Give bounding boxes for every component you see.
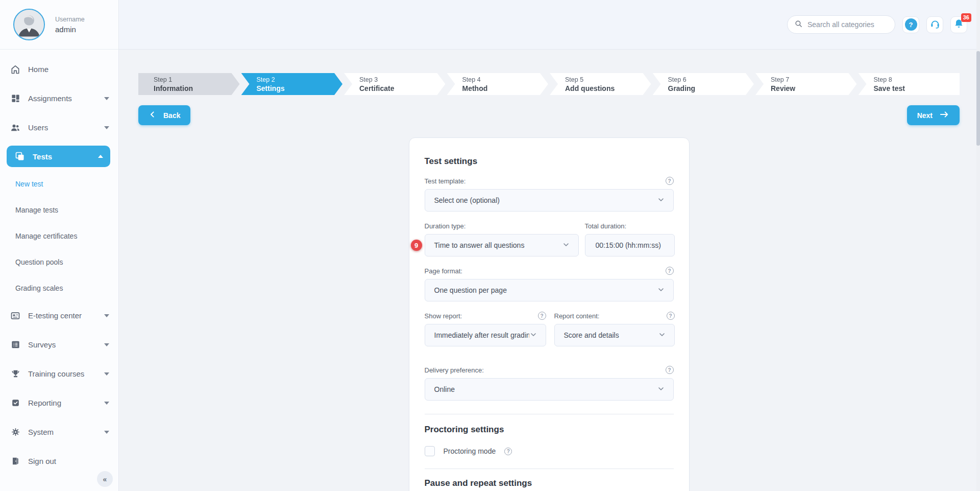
sidebar-item-home[interactable]: Home — [0, 55, 118, 84]
proctoring-mode-checkbox[interactable] — [425, 446, 435, 456]
arrow-right-icon — [939, 109, 949, 121]
wizard-step-3-certificate[interactable]: Step 3 Certificate — [344, 73, 446, 95]
sidebar-item-question-pools[interactable]: Question pools — [0, 249, 118, 275]
chevron-down-icon — [657, 286, 665, 295]
sidebar-item-assignments[interactable]: Assignments — [0, 84, 118, 113]
sign-out-icon — [10, 456, 20, 466]
page-format-select[interactable]: One question per page — [425, 279, 674, 301]
training-courses-icon — [10, 369, 20, 379]
system-gear-icon — [10, 427, 20, 437]
test-template-value: Select one (optional) — [434, 196, 500, 204]
notifications-button[interactable]: 36 — [950, 16, 967, 33]
report-content-value: Score and details — [564, 331, 619, 339]
wizard-step-1-information[interactable]: Step 1 Information — [138, 73, 240, 95]
topbar: 36 — [119, 0, 980, 50]
help-icon[interactable] — [666, 267, 674, 275]
help-icon[interactable] — [666, 366, 674, 374]
scrollbar-thumb[interactable] — [976, 51, 980, 146]
sidebar-item-tests[interactable]: Tests — [7, 146, 110, 167]
chevron-down-icon — [529, 331, 537, 340]
sidebar-item-label: Training courses — [28, 369, 84, 378]
sidebar-subitem-label: Grading scales — [15, 284, 63, 292]
next-button-label: Next — [917, 111, 933, 120]
sidebar-collapse-button[interactable]: « — [97, 471, 113, 487]
help-icon[interactable] — [538, 312, 546, 320]
back-button-label: Back — [163, 111, 180, 120]
chevron-down-icon — [104, 372, 109, 376]
app-root: Username admin Home Assignments — [0, 0, 980, 491]
sidebar-item-label: E-testing center — [28, 311, 82, 320]
page-format-label: Page format: — [425, 267, 462, 275]
sidebar-item-new-test[interactable]: New test — [0, 171, 118, 197]
section-divider — [425, 414, 674, 414]
sidebar-item-label: Tests — [33, 152, 52, 161]
sidebar-item-users[interactable]: Users — [0, 113, 118, 142]
delivery-preference-select[interactable]: Online — [425, 378, 674, 401]
step-label: Information — [154, 84, 240, 92]
step-label: Settings — [257, 84, 343, 92]
report-content-select[interactable]: Score and details — [554, 324, 675, 346]
sidebar-item-grading-scales[interactable]: Grading scales — [0, 275, 118, 301]
sidebar-item-sign-out[interactable]: Sign out — [0, 447, 118, 476]
assignments-icon — [10, 93, 20, 104]
show-report-select[interactable]: Immediately after result grading — [425, 324, 546, 346]
chevron-down-icon — [104, 343, 109, 346]
sidebar-item-reporting[interactable]: Reporting — [0, 388, 118, 417]
sidebar-item-surveys[interactable]: Surveys — [0, 330, 118, 359]
page-format-value: One question per page — [434, 286, 507, 294]
duration-type-label: Duration type: — [425, 222, 466, 230]
annotation-marker-badge: 9 — [411, 240, 422, 251]
test-template-select[interactable]: Select one (optional) — [425, 189, 674, 212]
test-template-label: Test template: — [425, 177, 466, 185]
step-number: Step 2 — [257, 76, 343, 83]
chevron-down-icon — [104, 314, 109, 317]
duration-type-value: Time to answer all questions — [434, 241, 525, 249]
proctoring-mode-row: Proctoring mode — [425, 446, 674, 456]
sidebar-item-label: Surveys — [28, 340, 56, 349]
pause-repeat-settings-title: Pause and repeat settings — [425, 478, 674, 488]
vertical-scrollbar[interactable] — [976, 0, 980, 491]
test-template-field: Test template: Select one (optional) — [425, 177, 674, 212]
sidebar-item-manage-tests[interactable]: Manage tests — [0, 197, 118, 223]
wizard-step-5-add-questions[interactable]: Step 5 Add questions — [550, 73, 651, 95]
test-settings-card: Test settings Test template: Select one … — [409, 137, 690, 491]
total-duration-input[interactable] — [585, 234, 675, 256]
duration-row: Duration type: 9 Time to answer all ques… — [425, 222, 674, 256]
wizard-step-2-settings[interactable]: Step 2 Settings — [241, 73, 343, 95]
step-number: Step 7 — [771, 76, 857, 83]
global-search[interactable] — [787, 15, 895, 34]
headset-icon — [929, 18, 941, 31]
help-icon[interactable] — [667, 312, 675, 320]
tests-icon — [15, 151, 25, 161]
sidebar: Username admin Home Assignments — [0, 0, 119, 491]
wizard-step-6-grading[interactable]: Step 6 Grading — [653, 73, 754, 95]
duration-type-select[interactable]: Time to answer all questions — [425, 234, 579, 256]
delivery-preference-value: Online — [434, 385, 455, 393]
delivery-preference-field: Delivery preference: Online — [425, 366, 674, 401]
step-number: Step 8 — [874, 76, 960, 83]
wizard-step-7-review[interactable]: Step 7 Review — [755, 73, 857, 95]
profile-meta: Username admin — [55, 16, 85, 34]
help-button[interactable] — [902, 16, 919, 33]
avatar[interactable] — [13, 9, 45, 40]
sidebar-nav: Home Assignments Users Tes — [0, 50, 118, 491]
sidebar-item-training-courses[interactable]: Training courses — [0, 359, 118, 388]
content-area: Step 1 Information Step 2 Settings Step … — [119, 50, 980, 491]
wizard-step-4-method[interactable]: Step 4 Method — [447, 73, 549, 95]
chevron-down-icon — [657, 385, 665, 394]
wizard-step-8-save-test[interactable]: Step 8 Save test — [859, 73, 960, 95]
chevron-down-icon — [104, 126, 109, 129]
sidebar-item-system[interactable]: System — [0, 417, 118, 447]
chevron-down-icon — [104, 431, 109, 434]
help-icon[interactable] — [504, 448, 512, 455]
sidebar-item-label: Assignments — [28, 94, 72, 103]
total-duration-label: Total duration: — [585, 222, 627, 230]
search-input[interactable] — [807, 20, 884, 29]
support-button[interactable] — [926, 16, 943, 33]
help-icon[interactable] — [666, 177, 674, 185]
back-button[interactable]: Back — [138, 105, 190, 125]
sidebar-item-manage-certificates[interactable]: Manage certificates — [0, 223, 118, 249]
chevron-down-icon — [104, 97, 109, 100]
sidebar-item-etesting-center[interactable]: E-testing center — [0, 301, 118, 330]
next-button[interactable]: Next — [907, 105, 960, 125]
